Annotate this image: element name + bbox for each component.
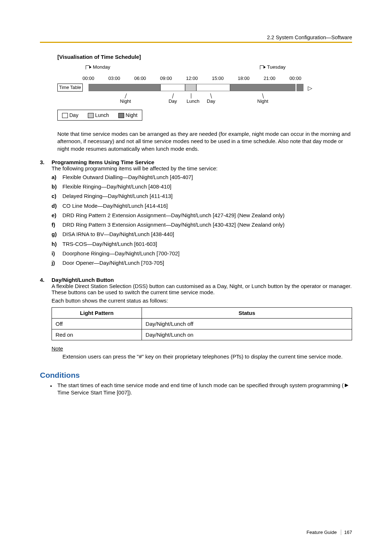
segment-day-1 [160,84,185,91]
time-schedule-diagram: Monday Tuesday 00:00 03:00 06:00 09:00 1… [57,64,308,126]
list-item-4: 4. Day/Night/Lunch Button A flexible Dir… [40,277,352,360]
time-bar: ▷ [83,84,308,92]
item4-p1: A flexible Direct Station Selection (DSS… [52,283,352,289]
visualisation-title: [Visualisation of Time Schedule] [57,54,352,60]
page-footer: Feature Guide 167 [307,530,352,535]
item4-title: Day/Night/Lunch Button [52,277,114,283]
day-swatch-icon [62,113,68,118]
tuesday-label: Tuesday [267,64,286,70]
note-body: Extension users can press the "#" key on… [52,353,352,360]
th-light-pattern: Light Pattern [52,308,142,319]
conditions-bullet: • The start times of each time service m… [40,382,352,397]
segment-next-night [297,84,303,91]
time-table-box: Time Table [57,84,83,92]
segment-night-2 [230,84,295,91]
segment-night-1 [89,84,160,91]
legend-box: Day Lunch Night [57,110,142,121]
item4-p3: Each button shows the current status as … [52,297,168,304]
item4-p2: These buttons can be used to switch the … [52,289,215,295]
item3-title: Programming Items Using Time Service [52,159,154,165]
time-tick-row: 00:00 03:00 06:00 09:00 12:00 15:00 18:0… [83,76,308,83]
table-row: Red on Day/Night/Lunch on [52,329,352,340]
arrow-right-icon [345,384,348,387]
item3-intro: The following programming items will be … [52,165,217,171]
alpha-list: a)Flexible Outward Dialling—Day/Night/Lu… [52,174,352,267]
bullet-icon: • [50,382,52,390]
page-header: 2.2 System Configuration—Software [40,35,352,40]
th-status: Status [142,308,352,319]
segment-lunch [185,84,196,91]
night-swatch-icon [118,113,124,118]
monday-label: Monday [93,64,110,70]
segment-day-2 [196,84,230,91]
lunch-swatch-icon [88,113,94,118]
note-paragraph: Note that time service modes can be arra… [57,130,352,153]
continue-arrow-icon: ▷ [308,85,312,92]
list-item-3: 3. Programming Items Using Time Service … [40,159,352,267]
conditions-heading: Conditions [40,371,352,380]
table-row: Off Day/Night/Lunch off [52,319,352,329]
note-label: Note [52,345,352,352]
status-table: Light Pattern Status Off Day/Night/Lunch… [52,307,352,340]
